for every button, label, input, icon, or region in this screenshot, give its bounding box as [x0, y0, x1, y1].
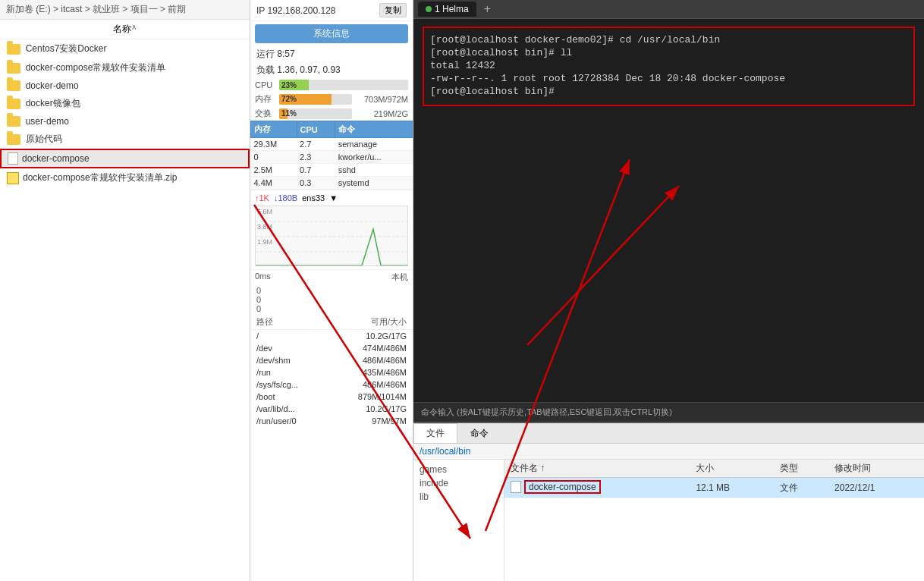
terminal-line: [root@localhost docker-demo02]# cd /usr/…	[430, 34, 907, 46]
disk-row: / 10.2G/17G	[250, 330, 413, 342]
list-item-docker-compose[interactable]: docker-compose	[0, 149, 250, 168]
file-name: user-demo	[26, 116, 69, 127]
mem-bar: 72%	[279, 94, 352, 105]
swap-bar: 11%	[279, 108, 352, 119]
fm-tree-item-lib[interactable]: lib	[416, 490, 501, 504]
fm-tab-commands[interactable]: 命令	[457, 423, 501, 443]
file-name: docker-compose常规软件安装清单.zip	[23, 171, 177, 184]
fm-file-modified: 2022/12/1	[828, 478, 924, 498]
fm-file-size: 12.1 MB	[690, 478, 773, 498]
terminal-output-box: [root@localhost docker-demo02]# cd /usr/…	[423, 27, 915, 106]
disk-path: /	[250, 330, 326, 342]
disk-size: 486M/486M	[326, 378, 413, 391]
disk-row: /sys/fs/cg... 486M/486M	[250, 378, 413, 391]
command-input-bar[interactable]: 命令输入 (按ALT键提示历史,TAB键路径,ESC键返回,双击CTRL切换)	[413, 402, 924, 422]
file-list: Centos7安装Docker docker-compose常规软件安装清单 d…	[0, 39, 250, 581]
network-graph-svg	[256, 206, 407, 266]
terminal-line: total 12432	[430, 60, 907, 71]
fm-tree-item-games[interactable]: games	[416, 463, 501, 476]
disk-row: /run/user/0 97M/97M	[250, 415, 413, 427]
fm-col-modified[interactable]: 修改时间	[828, 460, 924, 478]
folder-icon	[7, 116, 20, 127]
zip-icon	[7, 172, 19, 184]
list-item[interactable]: docker-compose常规软件安装清单.zip	[0, 168, 250, 187]
disk-path: /run/user/0	[250, 415, 326, 427]
new-tab-button[interactable]: +	[479, 2, 495, 16]
terminal-line: [root@localhost bin]# ll	[430, 47, 907, 58]
file-explorer: 新加卷 (E:) > itcast > 就业班 > 项目一 > 前期 名称 ∧ …	[0, 0, 250, 581]
zero-val: 0	[256, 295, 407, 304]
file-name: Centos7安装Docker	[26, 42, 107, 55]
fm-col-type[interactable]: 类型	[774, 460, 829, 478]
process-row: 4.4M 0.3 systemd	[251, 177, 413, 190]
ip-address: IP 192.168.200.128	[256, 5, 336, 16]
proc-mem: 29.3M	[251, 138, 297, 151]
cpu-label: CPU	[255, 80, 276, 90]
cpu-bar: 23%	[279, 80, 408, 90]
disk-size: 10.2G/17G	[326, 330, 413, 342]
mem-percent: 72%	[281, 95, 297, 103]
file-name-highlighted: docker-compose	[524, 480, 601, 494]
list-item[interactable]: docker镜像包	[0, 94, 250, 113]
file-list-header: 名称 ∧	[0, 20, 250, 39]
terminal-tab-bar: 1 Helma +	[413, 0, 924, 19]
fm-path-bar[interactable]: /usr/local/bin	[413, 444, 924, 460]
disk-path: /dev	[250, 342, 326, 354]
file-name: docker-compose常规软件安装清单	[26, 61, 166, 74]
fm-col-size[interactable]: 大小	[690, 460, 773, 478]
list-item[interactable]: user-demo	[0, 113, 250, 130]
proc-cpu: 2.3	[297, 151, 335, 164]
timer-left: 0ms	[255, 272, 271, 283]
disk-path: /run	[250, 366, 326, 378]
network-graph: 5.6M 3.8M 1.9M	[255, 206, 408, 266]
folder-icon	[7, 80, 20, 91]
cpu-col-header: CPU	[297, 121, 335, 138]
terminal-area[interactable]: [root@localhost docker-demo02]# cd /usr/…	[413, 19, 924, 402]
list-item[interactable]: 原始代码	[0, 130, 250, 149]
file-name: 原始代码	[26, 133, 62, 146]
zero-values: 0 0 0	[250, 284, 413, 315]
proc-mem: 4.4M	[251, 177, 297, 190]
fm-tab-bar: 文件 命令	[413, 423, 924, 444]
net-download: ↓180B	[274, 193, 297, 203]
system-monitor: IP 192.168.200.128 复制 系统信息 运行 8:57 负载 1.…	[250, 0, 413, 581]
sort-arrow-icon[interactable]: ∧	[131, 23, 137, 36]
fm-tree: games include lib	[413, 460, 504, 581]
file-doc-icon	[511, 481, 521, 493]
fm-tab-files[interactable]: 文件	[413, 423, 457, 443]
mem-col-header: 内存	[251, 121, 297, 138]
proc-cmd: kworker/u...	[335, 151, 413, 164]
disk-path-col: 路径	[256, 316, 273, 328]
zero-val: 0	[256, 304, 407, 313]
copy-ip-button[interactable]: 复制	[379, 3, 407, 17]
timer-right: 本机	[391, 272, 408, 283]
net-dropdown-icon[interactable]: ▼	[329, 193, 338, 203]
fm-current-path: /usr/local/bin	[420, 446, 470, 457]
disk-size: 435M/486M	[326, 366, 413, 378]
list-item[interactable]: Centos7安装Docker	[0, 39, 250, 58]
disk-row: /boot 879M/1014M	[250, 391, 413, 403]
timer-row: 0ms 本机	[250, 269, 413, 284]
fm-file-name: docker-compose	[504, 478, 690, 498]
name-column-header: 名称	[113, 23, 131, 36]
file-name: docker镜像包	[26, 97, 80, 110]
svg-line-4	[527, 186, 679, 345]
terminal-line: -rw-r--r--. 1 root root 12728384 Dec 18 …	[430, 73, 907, 84]
fm-tree-item-include[interactable]: include	[416, 476, 501, 490]
running-time: 运行 8:57	[250, 46, 413, 62]
disk-size: 97M/97M	[326, 415, 413, 427]
sys-info-button[interactable]: 系统信息	[255, 24, 408, 43]
proc-cpu: 2.7	[297, 138, 335, 151]
breadcrumb[interactable]: 新加卷 (E:) > itcast > 就业班 > 项目一 > 前期	[0, 0, 250, 20]
zero-val: 0	[256, 286, 407, 295]
right-panel: 1 Helma + [root@localhost docker-demo02]…	[413, 0, 924, 581]
fm-col-name[interactable]: 文件名 ↑	[504, 460, 690, 478]
list-item[interactable]: docker-demo	[0, 77, 250, 94]
folder-icon	[7, 99, 20, 109]
ip-bar: IP 192.168.200.128 复制	[250, 0, 413, 21]
fm-file-row-docker-compose[interactable]: docker-compose 12.1 MB 文件 2022/12/1	[504, 478, 924, 498]
terminal-tab[interactable]: 1 Helma	[418, 2, 476, 17]
disk-size: 879M/1014M	[326, 391, 413, 403]
disk-section: 路径 可用/大小 / 10.2G/17G /dev 474M/486M /dev…	[250, 315, 413, 430]
list-item[interactable]: docker-compose常规软件安装清单	[0, 58, 250, 77]
